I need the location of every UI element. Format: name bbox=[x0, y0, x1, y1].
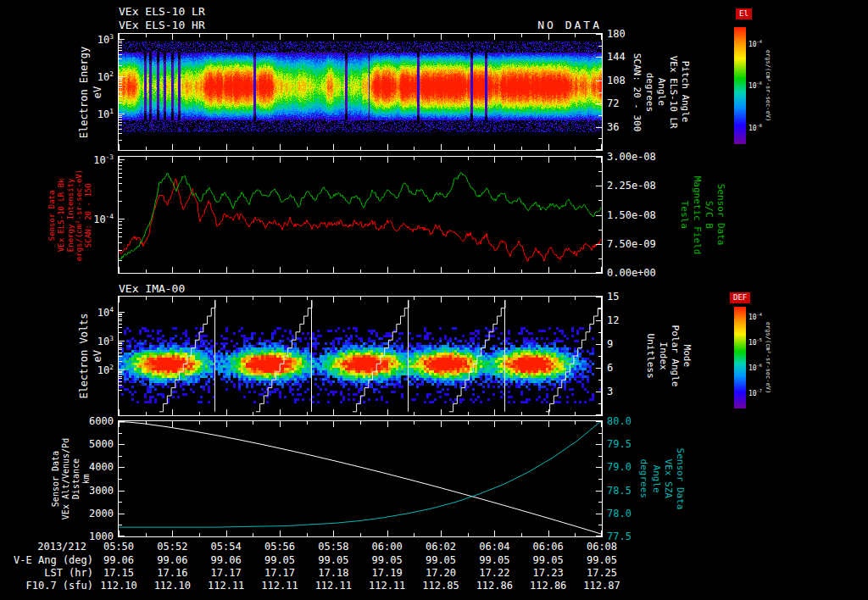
table-value: 17.19 bbox=[372, 567, 403, 579]
panel1-left-tick: 103 bbox=[63, 34, 114, 45]
panel4-yaxis-label: Sensor Data VEx Alt/Venus/Pd Distance km bbox=[51, 438, 92, 519]
panel2-right-tick: 7.50e-09 bbox=[607, 239, 668, 249]
panel1-title-lr: VEx ELS-10 LR bbox=[119, 5, 205, 18]
table-value: 112.11 bbox=[261, 580, 298, 592]
panel3-right-tick: 15 bbox=[607, 292, 666, 302]
time-tick-label: 05:56 bbox=[264, 541, 295, 553]
table-value: 112.87 bbox=[583, 580, 620, 592]
panel-els-energy-spectrogram bbox=[118, 33, 603, 151]
time-tick-label: 05:52 bbox=[157, 541, 187, 553]
vex-orbit-summary-plot: VEx ELS-10 LR VEx ELS-10 HR NO DATA VEx … bbox=[0, 0, 868, 600]
time-tick-label: 05:58 bbox=[318, 541, 348, 553]
panel1-right-tick: 180 bbox=[607, 29, 666, 39]
date-label: 2013/212 bbox=[14, 541, 86, 553]
panel3-colorbar-tick: 10-4 bbox=[748, 313, 782, 321]
table-value: 112.11 bbox=[208, 580, 244, 592]
table-value: 112.85 bbox=[422, 580, 459, 592]
panel3-yaxis-label: Electron Volts eV bbox=[78, 313, 104, 398]
panel4-right-tick: 78.0 bbox=[607, 508, 666, 519]
panel3-right-tick: 12 bbox=[607, 315, 666, 325]
table-value: 112.11 bbox=[315, 580, 352, 592]
panel-energy-intensity-magfield bbox=[118, 156, 603, 274]
panel3-colorbar bbox=[734, 307, 746, 408]
table-value: 17.17 bbox=[264, 567, 295, 579]
table-value: 99.06 bbox=[103, 554, 134, 566]
ima-spectrogram-canvas bbox=[119, 297, 602, 415]
table-row-label: LST (hr) bbox=[3, 567, 93, 579]
panel3-colorbar-unit: ergs/(cm²-sr-sec-eV) bbox=[765, 322, 771, 393]
altitude-sza-canvas bbox=[119, 421, 602, 536]
panel1-colorbar-tick: 10-4 bbox=[748, 40, 782, 48]
table-value: 99.05 bbox=[533, 554, 564, 566]
table-value: 17.23 bbox=[533, 567, 564, 579]
table-value: 99.05 bbox=[372, 554, 403, 566]
panel1-yaxis-label: Electron Energy eV bbox=[78, 46, 104, 137]
time-tick-label: 05:50 bbox=[103, 541, 134, 553]
panel1-colorbar bbox=[734, 27, 746, 144]
els-energy-spectrogram-canvas bbox=[119, 34, 602, 150]
table-row-label: F10.7 (sfu) bbox=[3, 580, 93, 592]
table-value: 17.17 bbox=[211, 567, 242, 579]
table-value: 112.86 bbox=[530, 580, 566, 592]
table-value: 17.25 bbox=[587, 567, 617, 579]
panel-altitude-sza bbox=[118, 420, 603, 537]
panel2-left-tick: 10-3 bbox=[63, 154, 114, 165]
panel3-title: VEx IMA-00 bbox=[119, 282, 185, 295]
panel1-title-hr: VEx ELS-10 HR bbox=[119, 19, 205, 31]
time-tick-label: 06:02 bbox=[426, 541, 456, 553]
table-value: 17.18 bbox=[318, 567, 348, 579]
table-value: 17.20 bbox=[426, 567, 456, 579]
intensity-magfield-canvas bbox=[119, 157, 602, 273]
table-value: 112.11 bbox=[369, 580, 405, 592]
table-value: 99.05 bbox=[318, 554, 348, 566]
panel1-colorbar-title: El bbox=[736, 8, 752, 19]
table-value: 17.15 bbox=[103, 567, 134, 579]
panel2-right-tick: 1.50e-08 bbox=[607, 210, 668, 220]
panel2-right-axis-label: Sensor Data S/C B Magnetic Field Tesla bbox=[678, 175, 726, 254]
panel1-colorbar-tick: 10-8 bbox=[748, 124, 782, 132]
panel2-right-tick: 3.00e-08 bbox=[607, 152, 668, 162]
table-value: 99.05 bbox=[264, 554, 295, 566]
time-tick-label: 06:08 bbox=[587, 541, 617, 553]
panel-ima-spectrogram bbox=[118, 296, 603, 416]
table-value: 99.05 bbox=[479, 554, 509, 566]
table-value: 17.16 bbox=[157, 567, 187, 579]
table-value: 99.05 bbox=[426, 554, 456, 566]
table-value: 99.06 bbox=[211, 554, 242, 566]
panel1-right-axis-label: Pitch Angle VEx ELS-10 LR Angle degrees … bbox=[631, 53, 691, 131]
time-tick-label: 06:06 bbox=[533, 541, 564, 553]
panel4-right-axis-label: Sensor Data VEx SZA Angle degrees bbox=[637, 448, 686, 510]
time-tick-label: 06:00 bbox=[372, 541, 403, 553]
table-value: 99.05 bbox=[587, 554, 617, 566]
no-data-label: NO DATA bbox=[537, 19, 602, 31]
panel2-right-tick: 2.25e-08 bbox=[607, 181, 668, 191]
panel3-colorbar-title: DEF bbox=[730, 292, 750, 303]
table-value: 112.86 bbox=[476, 580, 513, 592]
panel1-colorbar-unit: ergs/(cm²-sr-sec-eV) bbox=[765, 50, 771, 121]
table-value: 99.06 bbox=[157, 554, 187, 566]
table-value: 17.22 bbox=[479, 567, 509, 579]
time-tick-label: 05:54 bbox=[211, 541, 242, 553]
panel3-right-axis-label: Mode Polar Angle Index Unitless bbox=[644, 325, 693, 387]
panel4-left-tick: 6000 bbox=[63, 416, 114, 426]
panel3-right-tick: 3 bbox=[607, 386, 666, 397]
table-row-label: V-E Ang (deg) bbox=[3, 554, 93, 566]
panel2-right-tick: 0.00e+00 bbox=[607, 268, 668, 278]
panel4-right-tick: 80.0 bbox=[607, 416, 666, 426]
table-value: 112.10 bbox=[100, 580, 136, 592]
table-value: 112.10 bbox=[154, 580, 191, 592]
panel2-yaxis-label: Sensor Data VEx ELS-10 LR Bk Energy Inte… bbox=[47, 169, 93, 260]
time-tick-label: 06:04 bbox=[479, 541, 509, 553]
